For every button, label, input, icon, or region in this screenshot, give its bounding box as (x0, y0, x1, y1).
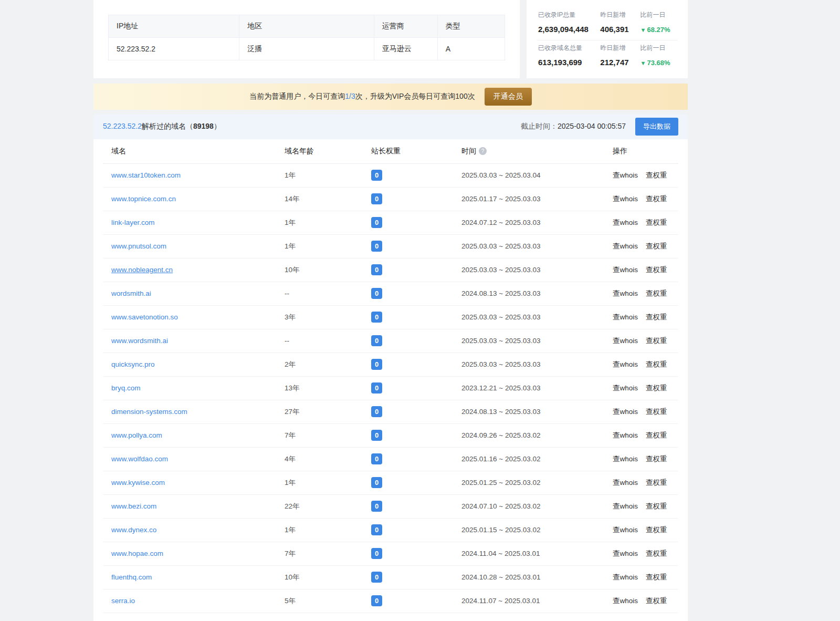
check-whois-link[interactable]: 查whois (613, 550, 638, 557)
domain-age: 14年 (276, 187, 363, 211)
domain-link[interactable]: www.pollya.com (111, 431, 162, 439)
weight-badge: 0 (371, 406, 382, 417)
domain-link[interactable]: bryq.com (111, 384, 141, 392)
ip-region-value: 泛播 (239, 38, 374, 60)
help-icon[interactable]: ? (479, 147, 487, 155)
check-whois-link[interactable]: 查whois (613, 384, 638, 392)
weight-badge: 0 (371, 170, 382, 181)
check-whois-link[interactable]: 查whois (613, 289, 638, 297)
table-row: wordsmith.ai--02024.08.13 ~ 2025.03.03查w… (103, 282, 678, 305)
check-whois-link[interactable]: 查whois (613, 219, 638, 226)
check-weight-link[interactable]: 查权重 (646, 597, 667, 605)
check-weight-link[interactable]: 查权重 (646, 313, 667, 321)
domain-age: 1年 (276, 518, 363, 542)
domain-age: -- (276, 282, 363, 305)
table-row: www.savetonotion.so3年02025.03.03 ~ 2025.… (103, 305, 678, 329)
stat-label: 昨日新增 (600, 11, 640, 19)
check-whois-link[interactable]: 查whois (613, 573, 638, 581)
check-weight-link[interactable]: 查权重 (646, 431, 667, 439)
check-whois-link[interactable]: 查whois (613, 408, 638, 416)
domain-age: 4年 (276, 447, 363, 471)
check-whois-link[interactable]: 查whois (613, 479, 638, 487)
domain-link[interactable]: www.star10token.com (111, 171, 181, 179)
check-whois-link[interactable]: 查whois (613, 455, 638, 463)
check-whois-link[interactable]: 查whois (613, 502, 638, 510)
weight-badge: 0 (371, 241, 382, 252)
time-range: 2025.03.03 ~ 2025.03.04 (453, 163, 604, 187)
check-whois-link[interactable]: 查whois (613, 171, 638, 179)
check-whois-link[interactable]: 查whois (613, 337, 638, 345)
domain-link[interactable]: www.bezi.com (111, 502, 156, 510)
domain-link[interactable]: dimension-systems.com (111, 408, 187, 416)
domain-link[interactable]: link-layer.com (111, 219, 155, 226)
check-weight-link[interactable]: 查权重 (646, 526, 667, 534)
weight-badge: 0 (371, 524, 382, 535)
stat-domain-vs-prev-day: 比前一日 ▼73.68% (640, 44, 676, 67)
domain-link[interactable]: www.hopae.com (111, 550, 163, 557)
table-row: www.kywise.com1年02025.01.25 ~ 2025.03.02… (103, 471, 678, 494)
check-weight-link[interactable]: 查权重 (646, 479, 667, 487)
check-whois-link[interactable]: 查whois (613, 526, 638, 534)
check-weight-link[interactable]: 查权重 (646, 550, 667, 557)
domain-link[interactable]: www.kywise.com (111, 479, 165, 487)
check-weight-link[interactable]: 查权重 (646, 573, 667, 581)
ip-isp-value: 亚马逊云 (374, 38, 437, 60)
check-whois-link[interactable]: 查whois (613, 242, 638, 250)
weight-badge: 0 (371, 288, 382, 299)
stat-label: 比前一日 (640, 44, 676, 53)
open-vip-button[interactable]: 开通会员 (485, 88, 532, 106)
ip-col-header-region: 地区 (239, 15, 374, 38)
weight-badge: 0 (371, 595, 382, 606)
check-weight-link[interactable]: 查权重 (646, 242, 667, 250)
result-header-right: 截止时间：2025-03-04 00:05:57 导出数据 (521, 118, 678, 136)
check-weight-link[interactable]: 查权重 (646, 455, 667, 463)
ip-link[interactable]: 52.223.52.2 (103, 122, 142, 130)
check-whois-link[interactable]: 查whois (613, 360, 638, 368)
domain-link[interactable]: www.topnice.com.cn (111, 195, 176, 203)
result-title: 52.223.52.2解析过的域名（89198） (103, 122, 221, 131)
domain-link[interactable]: www.wordsmith.ai (111, 337, 168, 345)
stat-value: 406,391 (600, 25, 640, 34)
domain-link[interactable]: www.savetonotion.so (111, 313, 178, 321)
stats-card: 已收录IP总量 2,639,094,448 昨日新增 406,391 比前一日 … (527, 0, 688, 78)
check-weight-link[interactable]: 查权重 (646, 195, 667, 203)
weight-badge: 0 (371, 548, 382, 559)
domain-link[interactable]: www.wolfdao.com (111, 455, 168, 463)
export-data-button[interactable]: 导出数据 (635, 118, 678, 136)
domain-link[interactable]: quicksync.pro (111, 360, 155, 368)
check-weight-link[interactable]: 查权重 (646, 337, 667, 345)
domain-age: 2年 (276, 353, 363, 376)
domain-link[interactable]: fluenthq.com (111, 573, 152, 581)
check-whois-link[interactable]: 查whois (613, 597, 638, 605)
weight-badge: 0 (371, 264, 382, 275)
domain-age: 1年 (276, 234, 363, 258)
time-range: 2024.07.10 ~ 2025.03.02 (453, 494, 604, 518)
check-whois-link[interactable]: 查whois (613, 431, 638, 439)
check-weight-link[interactable]: 查权重 (646, 289, 667, 297)
check-weight-link[interactable]: 查权重 (646, 408, 667, 416)
check-whois-link[interactable]: 查whois (613, 266, 638, 274)
check-weight-link[interactable]: 查权重 (646, 219, 667, 226)
domain-link[interactable]: wordsmith.ai (111, 289, 151, 297)
domain-age: -- (276, 329, 363, 353)
check-weight-link[interactable]: 查权重 (646, 384, 667, 392)
domain-link[interactable]: serra.io (111, 597, 135, 605)
check-whois-link[interactable]: 查whois (613, 313, 638, 321)
check-weight-link[interactable]: 查权重 (646, 360, 667, 368)
domain-link[interactable]: www.nobleagent.cn (111, 266, 173, 274)
domain-link[interactable]: www.dynex.co (111, 526, 156, 534)
table-row: quicksync.pro2年02025.03.03 ~ 2025.03.03查… (103, 353, 678, 376)
weight-badge: 0 (371, 501, 382, 512)
page: IP地址 地区 运营商 类型 52.223.52.2 泛播 亚马逊云 A (93, 0, 688, 621)
time-range: 2024.08.13 ~ 2025.03.03 (453, 282, 604, 305)
check-weight-link[interactable]: 查权重 (646, 171, 667, 179)
deadline: 截止时间：2025-03-04 00:05:57 (521, 122, 626, 131)
check-whois-link[interactable]: 查whois (613, 195, 638, 203)
check-weight-link[interactable]: 查权重 (646, 502, 667, 510)
quota-used: 1/3 (345, 92, 355, 100)
stat-total-ip: 已收录IP总量 2,639,094,448 (538, 11, 600, 34)
table-row: fluenthq.com10年02024.10.28 ~ 2025.03.01查… (103, 565, 678, 589)
domain-link[interactable]: www.pnutsol.com (111, 242, 166, 250)
domain-age: 27年 (276, 400, 363, 423)
check-weight-link[interactable]: 查权重 (646, 266, 667, 274)
